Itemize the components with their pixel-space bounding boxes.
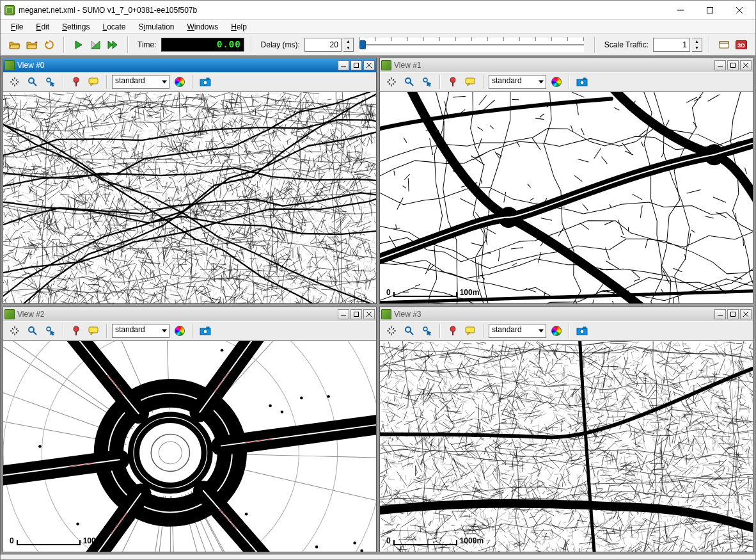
zoom-icon[interactable] [25,74,40,90]
view-1-minimize[interactable] [714,60,726,70]
locate-icon[interactable] [445,323,461,339]
view-2-map[interactable]: 0100m [3,340,376,552]
svg-rect-12 [720,42,728,44]
viewport-icon[interactable] [420,323,435,339]
view-3-close[interactable] [740,309,752,319]
colorwheel-icon[interactable] [172,323,187,339]
viewport-icon[interactable] [43,74,58,90]
view-1-toolbar: standard [380,72,753,92]
svg-point-31 [406,78,411,83]
play-button[interactable] [71,37,86,52]
menu-file[interactable]: File [6,21,28,33]
view-0-maximize[interactable] [350,60,362,70]
statusbar [1,554,755,559]
menu-help[interactable]: Help [226,21,252,33]
view-2-minimize[interactable] [338,309,349,319]
close-button[interactable] [725,1,754,20]
svg-point-55 [203,330,207,333]
view-3-minimize[interactable] [714,309,726,319]
viewport-icon[interactable] [43,323,58,339]
view-1-close[interactable] [740,60,752,70]
minimize-button[interactable] [666,1,695,20]
view-0-scheme-select[interactable]: standard [112,75,169,89]
menu-simulation[interactable]: Simulation [133,21,179,33]
view-3-scheme-select[interactable]: standard [489,324,546,338]
svg-point-159 [423,327,427,331]
time-display[interactable]: 0.00 [161,38,244,52]
locate-icon[interactable] [68,323,84,339]
svg-point-87 [151,434,189,471]
zoom-icon[interactable] [402,74,417,90]
delay-slider[interactable] [359,38,584,52]
view-3-maximize[interactable] [727,309,739,319]
app-icon [4,5,15,15]
open-button[interactable] [7,37,22,52]
view-2-toolbar: standard [3,321,376,340]
view-icon [381,309,391,319]
menu-edit[interactable]: Edit [31,21,54,33]
view-icon [381,60,391,70]
3d-button[interactable]: 3D [734,37,749,52]
svg-rect-162 [466,327,475,333]
new-view-button[interactable] [716,37,732,52]
svg-point-51 [74,326,79,332]
view-3-map[interactable]: 01000m [380,340,753,552]
screenshot-icon[interactable] [574,74,590,90]
delay-input[interactable] [304,38,342,52]
recenter-icon[interactable] [7,74,22,90]
locate-icon[interactable] [445,74,461,90]
screenshot-icon[interactable] [198,323,213,339]
maximize-button[interactable] [695,1,725,20]
tooltip-icon[interactable] [463,323,478,339]
view-2-titlebar[interactable]: View #2 [3,307,376,321]
view-1-titlebar[interactable]: View #1 [380,58,753,72]
scale-traffic-spinner[interactable]: ▲▼ [692,38,702,52]
view-2-maximize[interactable] [350,309,362,319]
view-3-toolbar: standard [380,321,753,340]
view-1-scheme-select[interactable]: standard [489,75,546,89]
viewport-icon[interactable] [420,74,435,90]
recenter-icon[interactable] [384,323,399,339]
view-2-scheme-select[interactable]: standard [112,324,169,338]
menu-settings[interactable]: Settings [57,21,95,33]
colorwheel-icon[interactable] [549,74,564,90]
tooltip-icon[interactable] [86,323,102,339]
screenshot-icon[interactable] [574,323,590,339]
menu-windows[interactable]: Windows [182,21,224,33]
view-0-titlebar[interactable]: View #0 [3,58,376,72]
view-2: View #2 standard 0100m [3,307,377,553]
menu-locate[interactable]: Locate [97,21,130,33]
recenter-icon[interactable] [384,74,399,90]
svg-point-21 [74,77,79,83]
delay-spinner[interactable]: ▲▼ [343,38,354,52]
view-1-maximize[interactable] [727,60,739,70]
fast-forward-button[interactable] [106,37,121,52]
svg-marker-23 [91,84,93,86]
reload-button[interactable] [42,37,57,52]
open-additional-button[interactable]: + [24,37,40,52]
zoom-icon[interactable] [402,323,417,339]
view-3-titlebar[interactable]: View #3 [380,307,753,321]
scale-traffic-input[interactable] [653,38,690,52]
svg-point-35 [450,77,455,83]
view-0: View #0 standard [3,58,377,304]
tooltip-icon[interactable] [86,74,102,90]
colorwheel-icon[interactable] [549,323,564,339]
step-button[interactable] [88,37,104,52]
colorwheel-icon[interactable] [172,74,187,90]
tooltip-icon[interactable] [463,74,478,90]
menubar: File Edit Settings Locate Simulation Win… [1,20,755,34]
recenter-icon[interactable] [7,323,22,339]
zoom-icon[interactable] [25,323,40,339]
locate-icon[interactable] [68,74,84,90]
view-0-close[interactable] [363,60,375,70]
view-1-map[interactable]: 0100m [380,92,753,303]
delay-label: Delay (ms): [258,40,303,49]
svg-rect-22 [89,78,98,84]
view-2-close[interactable] [363,309,375,319]
view-0-minimize[interactable] [338,60,349,70]
view-1-title: View #1 [394,61,421,70]
screenshot-icon[interactable] [198,74,213,90]
view-0-map[interactable] [3,92,376,303]
svg-rect-154 [731,312,736,316]
